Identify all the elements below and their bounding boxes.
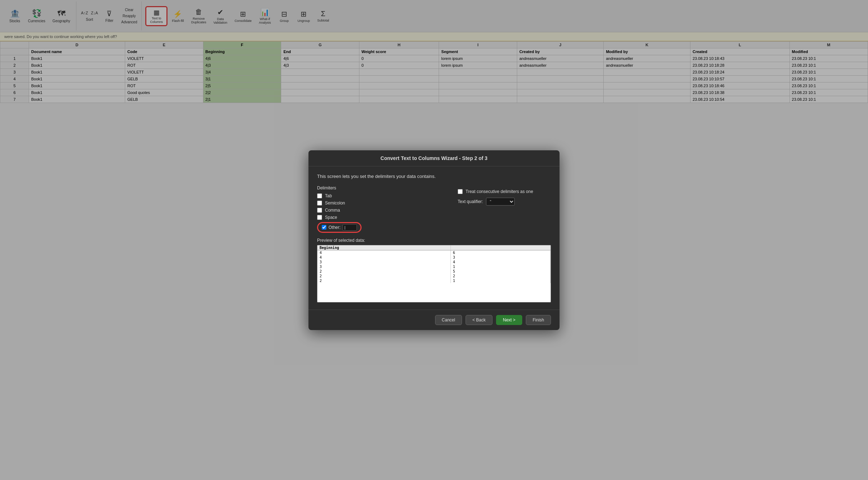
qualifier-select[interactable]: " ' {none} <box>486 198 515 206</box>
other-delimiter-row: Other: <box>317 222 447 233</box>
other-checkbox[interactable] <box>322 225 326 230</box>
tab-label: Tab <box>325 193 332 198</box>
dialog-body: This screen lets you set the delimiters … <box>308 166 560 310</box>
comma-checkbox[interactable] <box>317 208 322 213</box>
space-checkbox[interactable] <box>317 215 322 220</box>
preview-cell: 5 <box>450 269 550 274</box>
preview-section: Preview of selected data: Beginning 4643… <box>317 238 551 302</box>
preview-cell: 2 <box>317 274 450 278</box>
other-input[interactable] <box>343 224 357 231</box>
preview-row: 34 <box>317 260 551 264</box>
preview-row: 43 <box>317 255 551 260</box>
preview-row: 22 <box>317 274 551 278</box>
preview-cell: 4 <box>317 250 450 255</box>
finish-button[interactable]: Finish <box>526 315 551 325</box>
next-button[interactable]: Next > <box>496 315 522 325</box>
space-delimiter-row: Space <box>317 215 447 220</box>
dialog-footer: Cancel < Back Next > Finish <box>308 310 560 330</box>
tab-checkbox[interactable] <box>317 193 322 198</box>
preview-cell: 2 <box>450 274 550 278</box>
preview-cell: 1 <box>450 264 550 269</box>
consecutive-row: Treat consecutive delimiters as one <box>458 189 551 194</box>
preview-cell: 2 <box>317 269 450 274</box>
delimiters-label: Delimiters <box>317 185 447 190</box>
dialog-description: This screen lets you set the delimiters … <box>317 174 551 179</box>
semicolon-delimiter-row: Semicolon <box>317 201 447 206</box>
preview-row: 46 <box>317 250 551 255</box>
dialog-title: Convert Text to Columns Wizard - Step 2 … <box>308 150 560 166</box>
space-label: Space <box>325 215 337 220</box>
delimiters-section: Delimiters Tab Semicolon Comma <box>317 185 447 233</box>
consecutive-label: Treat consecutive delimiters as one <box>466 189 533 194</box>
preview-row: 25 <box>317 269 551 274</box>
preview-cell: 3 <box>450 255 550 260</box>
preview-cell: 6 <box>450 250 550 255</box>
semicolon-checkbox[interactable] <box>317 201 322 206</box>
preview-cell: 3 <box>317 264 450 269</box>
cancel-button[interactable]: Cancel <box>435 315 462 325</box>
qualifier-row: Text qualifier: " ' {none} <box>458 198 551 206</box>
other-row-circle: Other: <box>317 222 362 233</box>
preview-col-beginning: Beginning <box>317 245 450 250</box>
preview-cell: 4 <box>450 260 550 264</box>
consecutive-checkbox[interactable] <box>458 189 463 194</box>
preview-cell: 1 <box>450 278 550 283</box>
back-button[interactable]: < Back <box>466 315 492 325</box>
preview-table: Beginning 46433431252221 <box>317 245 551 283</box>
other-label: Other: <box>329 225 340 230</box>
tab-delimiter-row: Tab <box>317 193 447 198</box>
comma-delimiter-row: Comma <box>317 208 447 213</box>
qualifier-label: Text qualifier: <box>458 199 483 204</box>
preview-col-empty <box>450 245 550 250</box>
wizard-dialog: Convert Text to Columns Wizard - Step 2 … <box>308 150 560 330</box>
preview-row: 31 <box>317 264 551 269</box>
preview-cell: 4 <box>317 255 450 260</box>
preview-label: Preview of selected data: <box>317 238 551 243</box>
semicolon-label: Semicolon <box>325 201 345 206</box>
right-options: Treat consecutive delimiters as one Text… <box>458 185 551 233</box>
comma-label: Comma <box>325 208 340 213</box>
preview-row: 21 <box>317 278 551 283</box>
dialog-overlay: Convert Text to Columns Wizard - Step 2 … <box>0 0 868 478</box>
preview-cell: 2 <box>317 278 450 283</box>
preview-table-wrapper: Beginning 46433431252221 <box>317 245 551 302</box>
preview-cell: 3 <box>317 260 450 264</box>
